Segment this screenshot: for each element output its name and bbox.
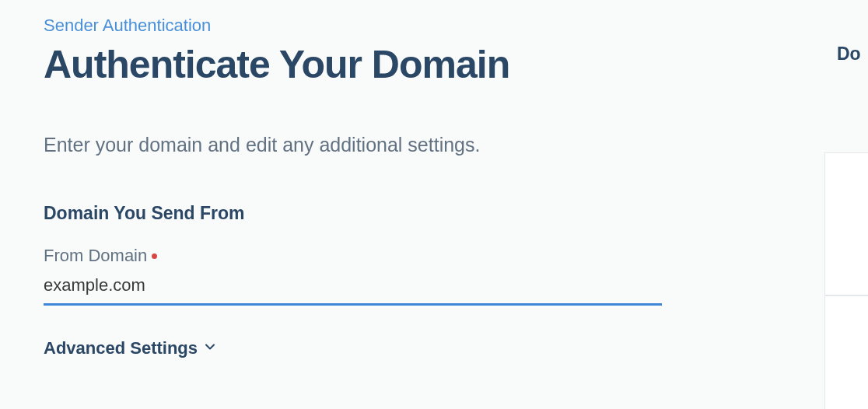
page-subtitle: Enter your domain and edit any additiona… [44, 134, 824, 156]
chevron-down-icon [204, 341, 216, 356]
advanced-settings-label: Advanced Settings [44, 338, 198, 358]
side-card [824, 152, 868, 295]
advanced-settings-toggle[interactable]: Advanced Settings [44, 338, 824, 358]
from-domain-label: From Domain [44, 246, 147, 266]
page-title: Authenticate Your Domain [44, 42, 824, 87]
breadcrumb-link[interactable]: Sender Authentication [44, 16, 211, 36]
from-domain-input[interactable] [44, 272, 662, 306]
section-title: Domain You Send From [44, 203, 824, 224]
required-indicator-icon [152, 253, 157, 259]
side-heading-fragment: Do [837, 44, 868, 65]
side-card-2 [824, 295, 868, 409]
